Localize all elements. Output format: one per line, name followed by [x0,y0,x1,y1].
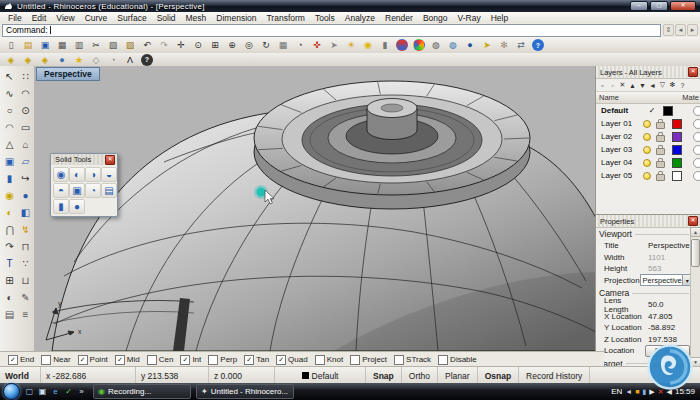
cylinder-solid-icon[interactable]: ● [69,199,85,214]
circle-icon[interactable]: ○ [1,102,18,119]
checkbox[interactable]: ✓ [244,355,254,365]
layer-visibility-bulb-icon[interactable] [643,172,651,180]
viewport-tab-perspective[interactable]: Perspective [36,67,100,81]
start-button[interactable] [3,383,20,400]
layer-lock-icon[interactable] [656,161,665,168]
circle-center-icon[interactable]: ⊙ [17,102,34,119]
analyze-direction-icon[interactable]: ➤ [326,38,342,53]
menu-dimension[interactable]: Dimension [211,13,261,23]
properties-scrollbar[interactable]: ▲ ▼ [690,227,700,367]
layer-visibility-bulb-icon[interactable] [643,120,651,128]
status-cplane[interactable]: World [0,367,41,384]
vray-material-editor-icon[interactable]: ◈ [37,52,53,67]
pan-icon[interactable]: ✛ [173,38,189,53]
new-layer-icon[interactable]: ▫ [598,80,607,90]
new-sublayer-icon[interactable]: ▫ [608,80,617,90]
osnap-quad[interactable]: ✓Quad [276,355,308,365]
paste-icon[interactable]: ▨ [122,38,138,53]
checkbox[interactable]: ✓ [180,355,190,365]
updates-check-icon[interactable]: ✓ [63,386,74,397]
curve-edit-icon[interactable]: ↷ [1,238,18,255]
osnap-knot[interactable]: Knot [315,355,343,365]
checkbox[interactable]: ✓ [8,355,18,365]
collapse-icon[interactable]: ◄ [648,80,657,90]
minimize-button[interactable]: ─ [630,1,648,11]
command-input[interactable]: Command: [2,24,661,37]
vray-sphere-icon[interactable]: ● [54,52,70,67]
show-desktop-icon[interactable]: ▢ [24,386,35,397]
select-icon[interactable]: ↖ [1,68,18,85]
checkbox[interactable] [315,355,325,365]
control-points-icon[interactable]: ∷ [17,68,34,85]
rotate-view-icon[interactable]: ↻ [258,38,274,53]
print-icon[interactable]: ▦ [54,38,70,53]
status-toggle-planar[interactable]: Planar [438,367,478,384]
checkbox[interactable] [438,355,448,365]
layer-row[interactable]: Layer 05 [596,169,700,182]
osnap-mid[interactable]: ✓Mid [115,355,140,365]
sun-study-icon[interactable]: ☀ [343,38,359,53]
cut-icon[interactable]: ✂ [88,38,104,53]
copy-to-clipboard-icon[interactable]: ▥ [71,38,87,53]
layer-lock-icon[interactable] [656,135,665,142]
polyline-icon[interactable]: △ [1,136,18,153]
layer-color-swatch[interactable] [672,145,682,155]
layers-col-name[interactable]: Name [599,93,619,102]
osnap-point[interactable]: ✓Point [78,355,108,365]
menu-bongo[interactable]: Bongo [418,13,453,23]
shaded-view-icon[interactable]: ◐ [1,289,18,306]
osnap-disable[interactable]: Disable [438,355,477,365]
fillet-edge-icon[interactable]: ◓ [53,183,69,198]
tray-expand-icon[interactable]: ◄ [625,388,632,396]
tray-network-icon[interactable]: ▮ [642,388,646,396]
layers-close-icon[interactable]: ✕ [688,67,698,77]
zoom-selected-icon[interactable]: ◎ [241,38,257,53]
open-file-icon[interactable]: ▤ [20,38,36,53]
checkbox[interactable]: ✓ [115,355,125,365]
maximize-button[interactable]: ▢ [650,1,668,11]
fillet-icon[interactable]: ↪ [17,170,34,187]
tray-recorder-icon[interactable]: ■ [635,388,639,396]
curve-icon[interactable]: ∿ [1,85,18,102]
lock-toggle-icon[interactable]: ⋂ [1,221,18,238]
layer-tools-icon[interactable]: ✻ [668,80,677,90]
osnap-int[interactable]: ✓Int [180,355,201,365]
osnap-strack[interactable]: STrack [394,355,431,365]
options-gear-icon[interactable]: ✻ [496,38,512,53]
text-icon[interactable]: T [1,255,18,272]
tray-error-icon[interactable]: ✕ [658,388,664,396]
boolean-union-icon[interactable]: ◉ [1,187,18,204]
help-2-icon[interactable]: ? [141,54,153,66]
language-indicator[interactable]: EN [611,387,622,396]
named-views-icon[interactable]: ▦ [275,38,291,53]
lamp-icon[interactable]: ◉ [360,38,376,53]
checkbox[interactable]: ✓ [276,355,286,365]
layer-lock-icon[interactable] [656,174,665,181]
save-icon[interactable]: ▣ [37,38,53,53]
measure-icon[interactable]: ✜ [309,38,325,53]
flag-icon[interactable]: ➤ [479,38,495,53]
osnap-end[interactable]: ✓End [8,355,34,365]
menu-tools[interactable]: Tools [310,13,340,23]
menu-view[interactable]: View [51,13,79,23]
layers-col-material[interactable]: Mate [682,93,699,102]
osnap-tan[interactable]: ✓Tan [244,355,269,365]
status-toggle-ortho[interactable]: Ortho [402,367,438,384]
boolean-split-icon[interactable]: ◒ [101,167,117,182]
arc-icon[interactable]: ◠ [1,119,18,136]
osnap-project[interactable]: Project [350,355,387,365]
display-mode-icon[interactable]: ◔ [292,38,308,53]
internet-explorer-icon[interactable]: e [50,386,61,397]
cylinder-icon[interactable]: ▮ [1,170,18,187]
checkbox[interactable]: ✓ [78,355,88,365]
globe-icon[interactable]: ◍ [445,38,461,53]
zoom-extents-icon[interactable]: ⊕ [224,38,240,53]
status-toggle-osnap[interactable]: Osnap [478,367,519,384]
taskbar-button-recording[interactable]: ◉Recording... [93,384,191,399]
layer-row[interactable]: Layer 03 [596,143,700,156]
curve-interpolate-icon[interactable]: ◠ [17,85,34,102]
menu-transform[interactable]: Transform [261,13,309,23]
layout-icon[interactable]: ≡ [17,306,34,323]
solid-tools-close-icon[interactable]: ✕ [105,155,115,165]
vray-swirl-icon[interactable] [396,39,408,51]
